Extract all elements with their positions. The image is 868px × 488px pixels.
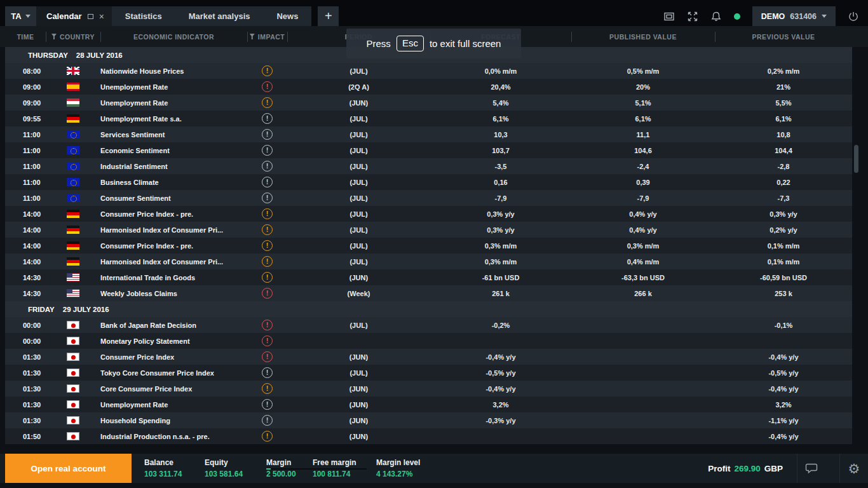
calendar-event-row[interactable]: 09:00Unemployment Rate!(JUN)5,4%5,1%5,5% [5, 95, 852, 111]
event-period: (JUL) [287, 226, 430, 234]
popout-window-icon[interactable] [88, 14, 93, 19]
event-period: (JUL) [287, 147, 430, 154]
published-value: 0,4% m/m [571, 258, 715, 266]
previous-value: 0,1% m/m [715, 242, 852, 250]
calendar-event-row[interactable]: 00:00Monetary Policy Statement! [5, 333, 852, 349]
calendar-event-row[interactable]: 11:00Services Sentiment!(JUL)10,311,110,… [5, 126, 852, 142]
close-tab-icon[interactable]: × [99, 12, 104, 21]
logout-power-icon[interactable] [848, 11, 859, 22]
window-mode-icon[interactable] [663, 11, 675, 22]
event-period: (JUL) [287, 210, 430, 218]
column-header-published-value[interactable]: PUBLISHED VALUE [571, 26, 715, 47]
calendar-event-row[interactable]: 14:00Consumer Price Index - pre.!(JUL)0,… [5, 238, 852, 254]
country-flag-de-icon [67, 226, 79, 234]
forecast-value: 103,7 [430, 147, 571, 154]
fullscreen-icon[interactable] [687, 11, 698, 22]
tab-news[interactable]: News [263, 6, 311, 26]
calendar-event-row[interactable]: 11:00Business Climate!(JUL)0,160,390,22 [5, 174, 852, 190]
forecast-value: 3,2% [430, 401, 571, 409]
calendar-event-row[interactable]: 14:30Weekly Jobless Claims!(Week)261 k26… [5, 285, 852, 301]
calendar-event-row[interactable]: 01:30Unemployment Rate!(JUN)3,2%3,2% [5, 396, 852, 412]
country-cell [46, 226, 100, 234]
account-selector[interactable]: DEMO 631406 [752, 6, 836, 26]
impact-high-icon: ! [262, 351, 273, 362]
impact-cell: ! [247, 272, 287, 283]
event-period: (JUL) [287, 67, 430, 75]
calendar-event-row[interactable]: 01:30Tokyo Core Consumer Price Index!(JU… [5, 365, 852, 381]
previous-value: 0,22 [715, 179, 852, 186]
calendar-event-row[interactable]: 11:00Economic Sentiment!(JUL)103,7104,61… [5, 142, 852, 158]
calendar-event-row[interactable]: 11:00Consumer Sentiment!(JUL)-7,9-7,9-7,… [5, 190, 852, 206]
calendar-event-row[interactable]: 01:30Consumer Price Index!(JUN)-0,4% y/y… [5, 349, 852, 365]
open-real-account-button[interactable]: Open real account [5, 454, 132, 483]
event-period: (JUL) [287, 115, 430, 123]
impact-high-icon: ! [262, 288, 273, 299]
calendar-event-row[interactable]: 01:50Industrial Production n.s.a. - pre.… [5, 428, 852, 444]
profit-label: Profit [708, 464, 730, 473]
column-header-country[interactable]: COUNTRY [46, 26, 100, 47]
add-tab-button[interactable]: + [318, 6, 339, 26]
impact-cell: ! [247, 415, 287, 426]
calendar-event-row[interactable]: 00:00Bank of Japan Rate Decision!(JUL)-0… [5, 317, 852, 333]
stat-label: Equity [205, 458, 257, 467]
vertical-scrollbar-thumb[interactable] [854, 145, 858, 173]
stat-label: Margin [266, 458, 303, 467]
calendar-event-row[interactable]: 14:00Harmonised Index of Consumer Pri...… [5, 254, 852, 269]
calendar-event-row[interactable]: 11:00Industrial Sentiment!(JUL)-3,5-2,4-… [5, 158, 852, 174]
tab-calendar-active[interactable]: Calendar × [36, 6, 112, 26]
event-period: (JUL) [287, 194, 430, 202]
country-flag-us-icon [67, 289, 79, 297]
calendar-event-row[interactable]: 08:00Nationwide House Prices!(JUL)0,0% m… [5, 63, 852, 79]
calendar-event-row[interactable]: 14:00Harmonised Index of Consumer Pri...… [5, 222, 852, 238]
fullscreen-exit-notice: Press Esc to exit full screen [346, 29, 521, 58]
impact-low-icon: ! [262, 399, 273, 410]
chat-support-button[interactable] [797, 454, 825, 483]
notifications-bell-icon[interactable] [710, 11, 722, 22]
column-header-economic-indicator[interactable]: ECONOMIC INDICATOR [100, 26, 247, 47]
impact-cell: ! [247, 193, 287, 203]
column-header-previous-value[interactable]: PREVIOUS VALUE [715, 26, 852, 47]
forecast-value: -0,4% y/y [430, 353, 571, 361]
calendar-event-row[interactable]: 09:00Unemployment Rate!(2Q A)20,4%20%21% [5, 79, 852, 95]
filter-funnel-icon[interactable] [51, 34, 57, 39]
stat-value: 103 311.74 [144, 470, 195, 478]
calendar-event-row[interactable]: 01:30Household Spending!(JUN)-0,3% y/y-1… [5, 412, 852, 428]
previous-value: -0,5% y/y [715, 369, 852, 377]
calendar-event-row[interactable]: 09:55Unemployment Rate s.a.!(JUL)6,1%6,1… [5, 111, 852, 126]
previous-value: 5,5% [715, 99, 852, 107]
impact-cell: ! [247, 129, 287, 140]
event-time: 08:00 [5, 67, 46, 75]
indicator-name: Unemployment Rate s.a. [100, 115, 247, 123]
stat-value: 2 500.00 [266, 470, 303, 478]
column-header-time[interactable]: TIME [5, 26, 46, 47]
impact-cell: ! [247, 288, 287, 299]
tab-statistics[interactable]: Statistics [112, 6, 175, 26]
forecast-value: 0,16 [430, 179, 571, 186]
event-time: 14:00 [5, 226, 46, 234]
indicator-name: Consumer Price Index [100, 353, 247, 361]
economic-calendar-table: THURSDAY28 JULY 201608:00Nationwide Hous… [5, 47, 852, 444]
filter-funnel-icon[interactable] [250, 34, 255, 39]
previous-value: 0,2% y/y [715, 226, 852, 234]
workspace-menu-button[interactable]: TA [5, 6, 36, 26]
tab-market-analysis[interactable]: Market analysis [175, 6, 264, 26]
impact-medium-icon: ! [262, 224, 273, 235]
settings-gear-button[interactable]: ⚙ [840, 454, 868, 483]
country-cell [46, 353, 100, 361]
calendar-event-row[interactable]: 01:30Core Consumer Price Index!(JUN)-0,4… [5, 381, 852, 396]
forecast-value: 261 k [430, 290, 571, 297]
account-stats: Balance103 311.74Equity103 581.64Margin2… [144, 458, 437, 478]
event-time: 14:00 [5, 210, 46, 218]
impact-cell: ! [247, 161, 287, 172]
section-day: FRIDAY [28, 306, 55, 313]
calendar-event-row[interactable]: 14:00Consumer Price Index - pre.!(JUL)0,… [5, 206, 852, 222]
column-separator [247, 32, 248, 42]
column-header-impact[interactable]: IMPACT [247, 26, 287, 47]
impact-low-icon: ! [262, 145, 273, 156]
country-flag-eu-icon [67, 178, 79, 186]
event-period: (JUN) [287, 401, 430, 409]
calendar-event-row[interactable]: 14:30International Trade in Goods!(JUN)-… [5, 269, 852, 285]
previous-value: 104,4 [715, 147, 852, 154]
indicator-name: Unemployment Rate [100, 99, 247, 107]
forecast-value: 0,3% m/m [430, 242, 571, 250]
